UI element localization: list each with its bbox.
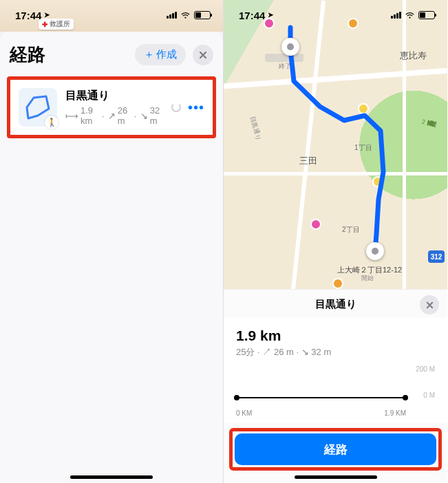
loading-spinner-icon — [171, 103, 181, 112]
route-stats: ⟼ 1.9 km · ↗ 26 m · ↘ 32 m — [65, 105, 163, 126]
create-label: 作成 — [156, 48, 177, 61]
directions-button[interactable]: 経路 — [235, 433, 436, 465]
route-ascent: 26 m — [118, 105, 131, 126]
status-time: 17:44 — [239, 10, 265, 21]
battery-icon — [194, 11, 211, 19]
route-polyline — [224, 0, 447, 296]
page-title: 経路 — [10, 43, 45, 67]
cellular-icon — [167, 12, 177, 19]
create-route-button[interactable]: ＋ 作成 — [135, 44, 186, 65]
detail-duration: 25分 — [236, 347, 255, 357]
route-pin-start[interactable] — [366, 242, 384, 260]
wifi-icon — [180, 12, 191, 19]
screen-route-detail: 恵比寿 三田 1丁目 2丁目 上大崎２丁目12-12 開始 終了 312 首都高… — [224, 0, 447, 483]
route-thumbnail: 🚶 — [19, 88, 57, 127]
close-icon — [426, 301, 434, 309]
location-icon: ➤ — [44, 11, 50, 19]
elevation-chart: 200 M 0 M 0 KM 1.9 KM — [224, 361, 447, 422]
more-options-button[interactable]: ••• — [188, 100, 204, 114]
close-icon — [199, 51, 207, 59]
walk-icon: 🚶 — [45, 116, 58, 129]
routes-sheet: 経路 ＋ 作成 🚶 目黒通り ⟼ — [0, 32, 223, 483]
elev-x-start: 0 KM — [236, 409, 252, 417]
route-descent: 32 m — [150, 105, 163, 126]
route-detail-sheet: 目黒通り 1.9 km 25分 · ↗ 26 m · ↘ 32 m 200 M … — [224, 289, 447, 483]
distance-icon: ⟼ — [65, 111, 78, 121]
detail-descent: 32 m — [311, 347, 331, 357]
cellular-icon — [391, 12, 401, 19]
route-pin-end[interactable] — [281, 38, 299, 56]
elev-x-end: 1.9 KM — [384, 409, 406, 417]
descent-icon: ↘ — [140, 111, 148, 121]
plus-icon: ＋ — [144, 48, 154, 61]
ascent-icon: ↗ — [262, 347, 271, 357]
descent-icon: ↘ — [301, 347, 309, 357]
screen-routes-list: ✚ 救護所 17:44 ➤ 経路 ＋ 作成 — [0, 0, 224, 483]
wifi-icon — [405, 12, 415, 19]
elevation-line — [236, 397, 406, 398]
status-bar: 17:44 ➤ — [0, 0, 223, 30]
home-indicator[interactable] — [70, 475, 153, 479]
route-name: 目黒通り — [65, 89, 163, 103]
detail-distance: 1.9 km — [236, 328, 435, 344]
detail-ascent: 26 m — [274, 347, 294, 357]
battery-icon — [418, 11, 435, 19]
home-indicator[interactable] — [295, 475, 377, 479]
location-icon: ➤ — [268, 11, 273, 19]
sheet-title: 目黒通り — [315, 298, 356, 311]
route-distance: 1.9 km — [81, 105, 98, 126]
ascent-icon: ↗ — [108, 111, 116, 121]
status-bar: 17:44 ➤ — [224, 0, 447, 30]
close-sheet-button[interactable] — [193, 45, 213, 65]
route-list-item[interactable]: 🚶 目黒通り ⟼ 1.9 km · ↗ 26 m · ↘ 32 m — [10, 80, 213, 135]
highlight-annotation: 🚶 目黒通り ⟼ 1.9 km · ↗ 26 m · ↘ 32 m — [7, 76, 216, 138]
highlight-annotation: 経路 — [229, 428, 442, 471]
status-time: 17:44 — [15, 10, 41, 21]
close-detail-button[interactable] — [420, 295, 439, 314]
detail-substats: 25分 · ↗ 26 m · ↘ 32 m — [236, 346, 435, 358]
